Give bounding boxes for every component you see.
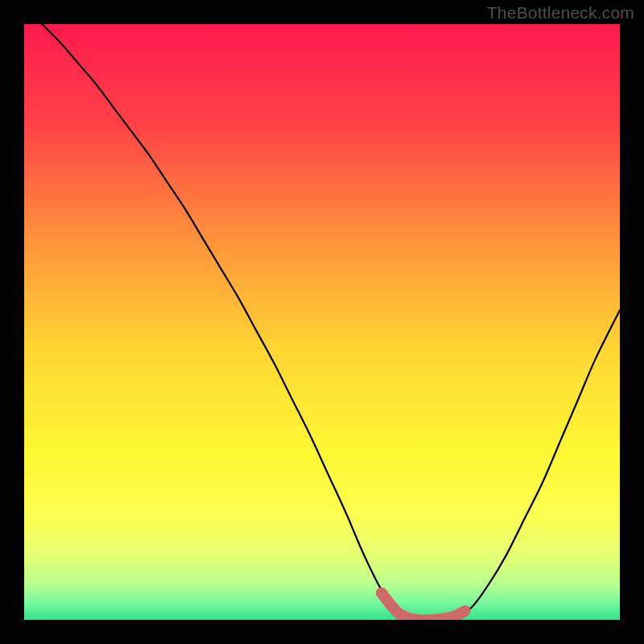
watermark-text: TheBottleneck.com bbox=[487, 3, 634, 23]
chart-container bbox=[24, 24, 620, 620]
gradient-background bbox=[24, 24, 620, 620]
bottleneck-chart bbox=[24, 24, 620, 620]
optimal-zone-start-dot bbox=[376, 588, 387, 599]
